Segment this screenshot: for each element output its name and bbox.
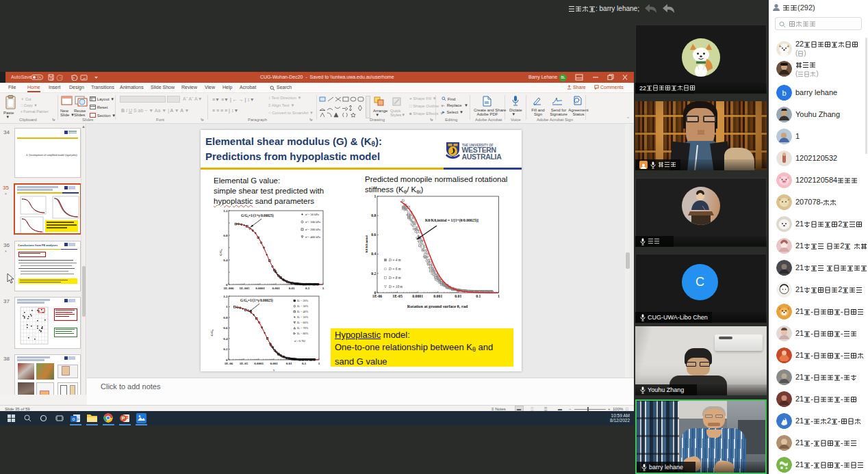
svg-text:Dᵣ = 60%: Dᵣ = 60% bbox=[297, 321, 309, 324]
svg-text:Dᵣ = 30%: Dᵣ = 30% bbox=[297, 304, 309, 308]
svg-text:Rotation at ground surface θ,: Rotation at ground surface θ, rad bbox=[407, 304, 468, 308]
svg-text:G/G₀=1/(1+γ/0.00025): G/G₀=1/(1+γ/0.00025) bbox=[240, 298, 273, 303]
svg-text:0.01: 0.01 bbox=[289, 287, 295, 290]
svg-text:AUSTRALIA: AUSTRALIA bbox=[462, 153, 502, 161]
svg-text:γ: γ bbox=[273, 368, 275, 371]
svg-text:σ′= 100 kPa: σ′= 100 kPa bbox=[305, 220, 320, 224]
svg-text:0.001: 0.001 bbox=[270, 362, 278, 365]
svg-text:0.4: 0.4 bbox=[223, 337, 228, 341]
svg-text:1E-05: 1E-05 bbox=[392, 294, 403, 298]
svg-text:G/G₀: G/G₀ bbox=[219, 249, 222, 256]
svg-text:1E-06: 1E-06 bbox=[225, 362, 233, 365]
svg-text:1: 1 bbox=[374, 194, 376, 198]
svg-text:0.0001: 0.0001 bbox=[255, 287, 265, 290]
svg-text:0.8: 0.8 bbox=[371, 213, 376, 218]
svg-text:0.8: 0.8 bbox=[223, 234, 228, 237]
svg-text:Dᵣ = 70%: Dᵣ = 70% bbox=[297, 326, 309, 330]
svg-text:σ′ₓ=0.762: σ′ₓ=0.762 bbox=[294, 339, 305, 343]
svg-text:0.4: 0.4 bbox=[223, 259, 228, 262]
svg-text:0.2: 0.2 bbox=[223, 347, 228, 351]
svg-text:1E-06: 1E-06 bbox=[372, 294, 383, 298]
svg-text:0.1: 0.1 bbox=[302, 362, 307, 365]
svg-text:σ′= 200 kPa: σ′= 200 kPa bbox=[305, 228, 320, 231]
svg-text:1: 1 bbox=[318, 362, 320, 365]
svg-text:0.001: 0.001 bbox=[433, 294, 442, 298]
svg-text:1: 1 bbox=[498, 294, 500, 298]
svg-text:0.01: 0.01 bbox=[286, 362, 292, 365]
svg-text:σ′= 50 kPa: σ′= 50 kPa bbox=[305, 213, 319, 216]
svg-text:0.6: 0.6 bbox=[371, 233, 376, 237]
svg-text:P: P bbox=[121, 415, 125, 421]
svg-text:0.1: 0.1 bbox=[305, 287, 310, 290]
svg-text:0.0001: 0.0001 bbox=[412, 294, 423, 298]
svg-text:D = 8 m: D = 8 m bbox=[388, 276, 401, 280]
svg-text:1E-005: 1E-005 bbox=[240, 287, 251, 290]
svg-text:Kθ/Kθ,initial: Kθ/Kθ,initial bbox=[365, 235, 368, 252]
svg-text:o: o bbox=[73, 417, 75, 421]
svg-text:0.6: 0.6 bbox=[223, 326, 228, 330]
svg-text:1E-006: 1E-006 bbox=[224, 287, 235, 290]
svg-text:D = 6 m: D = 6 m bbox=[388, 267, 401, 271]
svg-text:0.1: 0.1 bbox=[476, 294, 481, 298]
svg-text:1.2: 1.2 bbox=[223, 295, 228, 298]
svg-text:D = 10 m: D = 10 m bbox=[388, 285, 403, 289]
svg-text:0.01: 0.01 bbox=[455, 294, 461, 298]
svg-text:Dᵣ = 20%: Dᵣ = 20% bbox=[297, 299, 309, 302]
svg-text:Dᵣ = 80%: Dᵣ = 80% bbox=[297, 332, 309, 335]
svg-text:0.4: 0.4 bbox=[371, 252, 376, 256]
svg-text:0.8: 0.8 bbox=[223, 316, 228, 319]
svg-text:G/G₀=1/(1+γ/0.00025): G/G₀=1/(1+γ/0.00025) bbox=[241, 213, 274, 218]
svg-text:1: 1 bbox=[322, 287, 324, 290]
svg-text:0.0001: 0.0001 bbox=[254, 362, 264, 365]
svg-text:0.001: 0.001 bbox=[272, 287, 280, 290]
svg-text:1E-05: 1E-05 bbox=[240, 362, 248, 365]
svg-text:0.2: 0.2 bbox=[371, 272, 376, 276]
svg-text:Dᵣ = 50%: Dᵣ = 50% bbox=[297, 315, 309, 319]
svg-text:1: 1 bbox=[226, 305, 228, 308]
svg-text:G/G₀: G/G₀ bbox=[210, 329, 214, 336]
svg-text:b: b bbox=[782, 88, 786, 96]
svg-text:Kθ/Kθ,initial = 1/[1+(θ/0.0002: Kθ/Kθ,initial = 1/[1+(θ/0.00025)] bbox=[425, 218, 478, 223]
svg-text:D = 4 m: D = 4 m bbox=[388, 258, 401, 262]
svg-text:σ′= 400 kPa: σ′= 400 kPa bbox=[305, 235, 320, 239]
svg-text:Dᵣ = 40%: Dᵣ = 40% bbox=[297, 310, 309, 313]
svg-text:1.2: 1.2 bbox=[223, 209, 228, 213]
